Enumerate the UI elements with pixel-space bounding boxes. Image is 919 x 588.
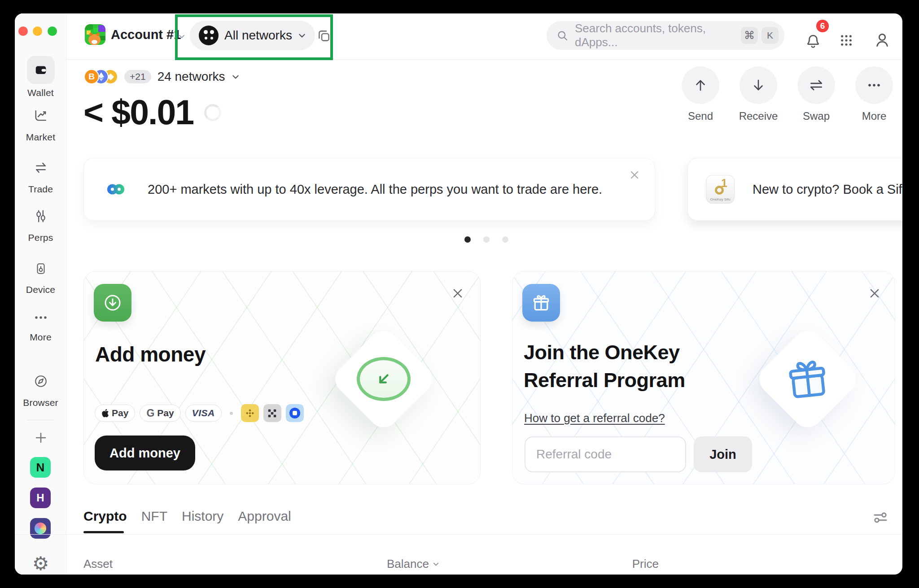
swap-arrows-icon — [797, 66, 835, 104]
visa-badge: VISA — [185, 405, 222, 422]
asset-tabs: Crypto NFT History Approval — [83, 509, 291, 524]
sidebar-item-label: More — [30, 332, 52, 343]
binance-icon — [241, 404, 259, 422]
bitcoin-icon: B — [84, 69, 99, 84]
carousel-dot-2[interactable] — [483, 236, 490, 243]
search-placeholder: Search accounts, tokens, dApps... — [575, 22, 735, 49]
network-coin-icons: B — [84, 69, 118, 84]
hardware-device-icon — [34, 262, 48, 275]
sidebar: Wallet Market Trade Perps — [15, 13, 66, 575]
chevron-down-icon — [178, 33, 185, 40]
referral-help-link[interactable]: How to get a referral code? — [524, 411, 665, 425]
separator-dot — [230, 412, 233, 415]
app-window: Wallet Market Trade Perps — [15, 13, 902, 575]
filter-sliders-icon[interactable] — [872, 510, 888, 525]
column-header-asset: Asset — [83, 557, 113, 571]
carousel-dot-3[interactable] — [502, 236, 508, 243]
network-selector-dropdown[interactable]: All networks — [190, 21, 315, 50]
receive-button[interactable]: Receive — [736, 66, 781, 122]
add-money-app-icon — [94, 284, 131, 322]
tab-nft[interactable]: NFT — [141, 509, 167, 524]
k-key-badge: K — [761, 27, 779, 44]
minimize-window-button[interactable] — [33, 26, 42, 36]
apps-grid-button[interactable] — [839, 33, 853, 48]
carousel-dots — [464, 236, 508, 243]
shortcut-label: H — [36, 492, 44, 504]
referral-gift-app-icon — [522, 284, 560, 322]
sidebar-divider — [27, 420, 54, 420]
sifu-icon-caption: OneKey Sifu — [706, 197, 734, 201]
referral-card: Join the OneKey Referral Program How to … — [512, 271, 895, 484]
add-money-button[interactable]: Add money — [95, 436, 195, 470]
referral-code-input[interactable] — [525, 436, 686, 472]
banner-text: New to crypto? Book a Sifu — [753, 182, 902, 197]
tab-history[interactable]: History — [182, 509, 223, 524]
close-icon[interactable] — [451, 287, 464, 300]
sidebar-item-trade[interactable]: Trade — [15, 161, 66, 195]
total-balance: < $0.01 — [83, 92, 193, 132]
settings-gear-icon[interactable] — [15, 553, 66, 575]
candlestick-icon — [34, 209, 48, 223]
market-chart-icon — [34, 109, 48, 123]
plus-icon — [34, 431, 48, 445]
swap-arrows-icon — [34, 161, 48, 175]
sidebar-item-perps[interactable]: Perps — [15, 209, 66, 243]
close-icon[interactable] — [868, 287, 881, 300]
more-dots-icon — [34, 315, 48, 320]
notifications-bell-button[interactable] — [805, 33, 822, 50]
action-buttons: Send Receive Swap — [678, 66, 897, 122]
sidebar-shortcut-n[interactable]: N — [30, 457, 51, 478]
main-content: B +21 24 networks < $0.01 — [66, 59, 902, 575]
apple-pay-badge: Pay — [95, 405, 135, 422]
infinity-logo-icon — [102, 181, 130, 197]
sidebar-shortcut-h[interactable]: H — [30, 488, 51, 508]
sidebar-item-more[interactable]: More — [15, 315, 66, 343]
arrow-up-icon — [682, 66, 719, 104]
swap-button[interactable]: Swap — [794, 66, 839, 122]
receive-arrow-illustration — [357, 357, 411, 401]
network-selector-label: All networks — [224, 28, 292, 43]
sidebar-item-label: Wallet — [27, 87, 54, 98]
send-button[interactable]: Send — [678, 66, 723, 122]
column-header-price: Price — [618, 557, 659, 571]
wallet-icon — [27, 56, 55, 84]
google-pay-badge: G Pay — [140, 405, 180, 422]
gift-illustration — [753, 324, 862, 433]
compass-icon — [34, 374, 48, 388]
add-shortcut-button[interactable] — [15, 431, 66, 445]
close-window-button[interactable] — [18, 26, 28, 36]
sidebar-shortcut-pinwheel[interactable] — [30, 518, 51, 539]
perps-promo-banner[interactable]: 200+ markets with up to 40x leverage. Al… — [83, 158, 655, 221]
sidebar-item-market[interactable]: Market — [15, 109, 66, 143]
chevron-down-icon — [298, 31, 306, 39]
close-icon[interactable] — [629, 169, 640, 181]
payment-methods: Pay G Pay VISA — [95, 404, 304, 422]
join-button[interactable]: Join — [694, 436, 752, 472]
tab-crypto[interactable]: Crypto — [83, 509, 127, 524]
carousel-dot-1[interactable] — [464, 236, 471, 243]
networks-count-label: 24 networks — [158, 70, 225, 84]
card-title: Add money — [95, 342, 206, 366]
sidebar-item-device[interactable]: Device — [15, 262, 66, 295]
account-name: Account #1 — [111, 27, 181, 42]
onekey-sifu-icon: 1 OneKey Sifu — [706, 175, 735, 204]
tab-approval[interactable]: Approval — [238, 509, 291, 524]
balance-row: < $0.01 — [83, 92, 221, 132]
active-tab-underline — [83, 531, 124, 533]
section-divider — [15, 534, 902, 535]
more-actions-button[interactable]: More — [852, 66, 897, 122]
sidebar-item-wallet[interactable]: Wallet — [15, 56, 66, 98]
zoom-window-button[interactable] — [48, 26, 57, 36]
sifu-promo-banner[interactable]: 1 OneKey Sifu New to crypto? Book a Sifu — [687, 158, 902, 221]
sidebar-item-label: Device — [26, 284, 55, 295]
search-icon — [556, 30, 569, 42]
shortcut-label: N — [36, 461, 45, 475]
profile-person-button[interactable] — [874, 31, 891, 48]
screenshot-stage: Wallet Market Trade Perps — [0, 0, 919, 588]
copy-address-button[interactable] — [316, 28, 332, 44]
search-input[interactable]: Search accounts, tokens, dApps... ⌘ K — [547, 21, 784, 50]
column-header-balance[interactable]: Balance — [387, 557, 439, 571]
networks-summary-dropdown[interactable]: B +21 24 networks — [84, 69, 240, 84]
sidebar-item-browser[interactable]: Browser — [15, 374, 66, 408]
arrow-down-icon — [740, 66, 777, 104]
